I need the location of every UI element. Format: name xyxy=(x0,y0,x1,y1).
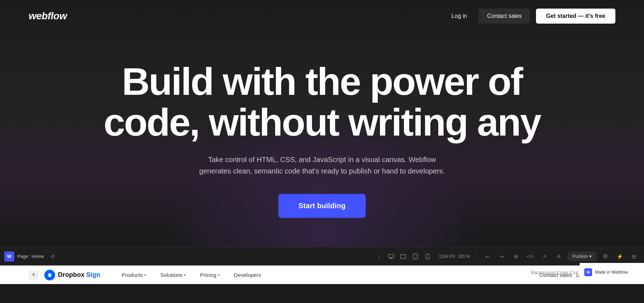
nav-solutions[interactable]: Solutions ▾ xyxy=(153,270,193,280)
brand-area: Dropbox Sign xyxy=(44,270,100,280)
hero-title: Build with the power of code, without wr… xyxy=(104,61,541,142)
undo-icon[interactable]: ↩ xyxy=(482,251,493,262)
redo-icon[interactable]: ↪ xyxy=(496,251,507,262)
refresh-icon[interactable]: ↺ xyxy=(47,251,58,262)
website-nav: Products ▾ Solutions ▾ Pricing ▾ Develop… xyxy=(114,270,268,280)
page-indicator: Page: Home xyxy=(17,254,44,259)
webflow-badge-icon: W xyxy=(584,268,592,276)
bg-color-label: Background Color Clot xyxy=(531,263,578,282)
settings-icon[interactable]: ⚙ xyxy=(600,251,611,262)
svg-rect-0 xyxy=(389,254,394,258)
device-icons: ⋮ xyxy=(373,251,433,262)
nav-developers[interactable]: Developers xyxy=(227,270,268,280)
chevron-down-icon: ▾ xyxy=(218,273,220,277)
canvas-size: 1324 PX 100 % xyxy=(436,254,473,259)
desktop-icon[interactable] xyxy=(385,251,397,262)
svg-point-5 xyxy=(415,258,416,259)
font-icon[interactable]: A xyxy=(553,251,565,262)
add-section-button[interactable]: + xyxy=(29,270,39,280)
brand-icon xyxy=(44,270,55,280)
made-in-webflow-badge: W Made in Webflow xyxy=(580,263,644,282)
hero-section: webflow Log in Contact sales Get started… xyxy=(0,0,644,247)
contact-sales-button[interactable]: Contact sales xyxy=(478,9,530,24)
publish-button[interactable]: Publish ▾ xyxy=(567,251,597,261)
hero-subtitle: Take control of HTML, CSS, and JavaScrip… xyxy=(197,154,447,177)
lightning-icon[interactable]: ⚡ xyxy=(614,251,625,262)
diff-icon[interactable]: ⊕ xyxy=(510,251,522,262)
divider xyxy=(477,252,477,261)
nav-products[interactable]: Products ▾ xyxy=(114,270,153,280)
website-navbar: + Dropbox Sign Products ▾ Solutions ▾ Pr… xyxy=(0,265,644,284)
grid-icon[interactable]: ⊞ xyxy=(628,251,640,262)
brand-name: Dropbox Sign xyxy=(58,271,100,279)
website-nav-right: Contact sales Log in ▾ Free trial → Back… xyxy=(540,268,644,282)
start-building-button[interactable]: Start building xyxy=(278,194,366,218)
nav-right: Log in Contact sales Get started — it's … xyxy=(446,9,615,24)
webflow-logo: webflow xyxy=(29,10,67,22)
share-icon[interactable]: ↗ xyxy=(539,251,550,262)
main-nav: webflow Log in Contact sales Get started… xyxy=(0,0,644,32)
wide-icon[interactable] xyxy=(397,251,409,262)
svg-rect-1 xyxy=(390,258,392,259)
chevron-down-icon: ▾ xyxy=(184,273,186,277)
svg-rect-3 xyxy=(400,255,406,258)
get-started-button[interactable]: Get started — it's free xyxy=(536,9,615,24)
chevron-down-icon: ▾ xyxy=(144,273,146,277)
designer-logo: W xyxy=(4,251,14,262)
svg-rect-2 xyxy=(389,258,393,259)
hero-content: Build with the power of code, without wr… xyxy=(0,32,644,247)
code-icon[interactable]: </> xyxy=(525,251,536,262)
nav-pricing[interactable]: Pricing ▾ xyxy=(193,270,227,280)
mobile-icon[interactable] xyxy=(422,251,433,262)
svg-point-7 xyxy=(427,258,428,259)
login-button[interactable]: Log in xyxy=(446,9,473,23)
tablet-icon[interactable] xyxy=(410,251,421,262)
more-options-icon[interactable]: ⋮ xyxy=(373,251,385,262)
